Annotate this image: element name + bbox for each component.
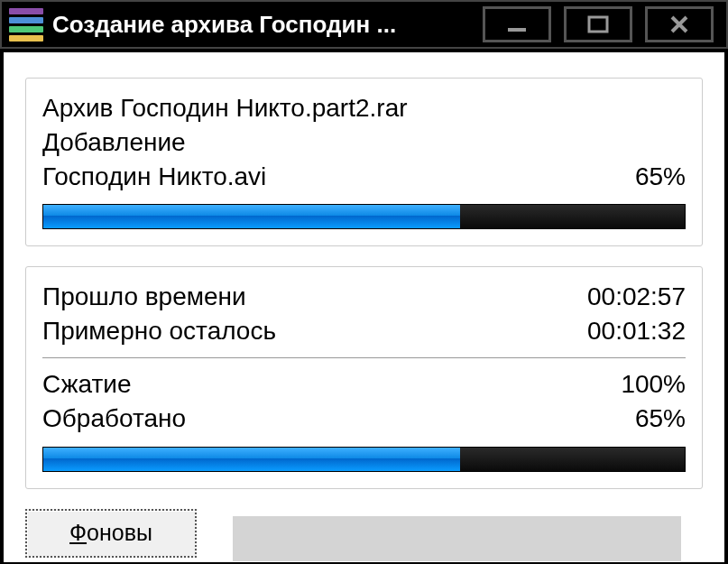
stats-panel: Прошло времени 00:02:57 Примерно осталос… <box>25 266 703 488</box>
client-area: Архив Господин Никто.part2.rar Добавлени… <box>4 52 724 562</box>
minimize-button[interactable] <box>483 6 551 42</box>
total-progress-bar <box>42 447 686 472</box>
remaining-label: Примерно осталось <box>42 314 276 348</box>
file-percent: 65% <box>635 160 686 194</box>
app-icon <box>9 7 43 42</box>
compression-value: 100% <box>621 367 686 402</box>
svg-rect-1 <box>589 17 607 32</box>
separator <box>42 357 686 358</box>
elapsed-label: Прошло времени <box>42 280 246 314</box>
processed-label: Обработано <box>42 402 186 436</box>
window-title: Создание архива Господин ... <box>52 11 483 39</box>
current-file: Господин Никто.avi <box>42 160 266 194</box>
operation-label: Добавление <box>42 125 186 160</box>
svg-rect-0 <box>508 28 526 32</box>
file-progress-panel: Архив Господин Никто.part2.rar Добавлени… <box>25 78 703 246</box>
maximize-button[interactable] <box>564 6 632 42</box>
grey-block <box>233 516 681 561</box>
file-progress-bar <box>42 204 686 229</box>
compression-label: Сжатие <box>42 367 132 402</box>
window-controls <box>483 6 714 42</box>
overlay-panel <box>200 495 724 562</box>
processed-value: 65% <box>635 402 686 436</box>
remaining-value: 00:01:32 <box>587 314 686 348</box>
titlebar: Создание архива Господин ... <box>0 0 728 49</box>
background-button[interactable]: Фоновы <box>25 509 197 558</box>
close-button[interactable] <box>645 6 714 42</box>
elapsed-value: 00:02:57 <box>587 280 686 314</box>
archive-line: Архив Господин Никто.part2.rar <box>42 91 408 125</box>
